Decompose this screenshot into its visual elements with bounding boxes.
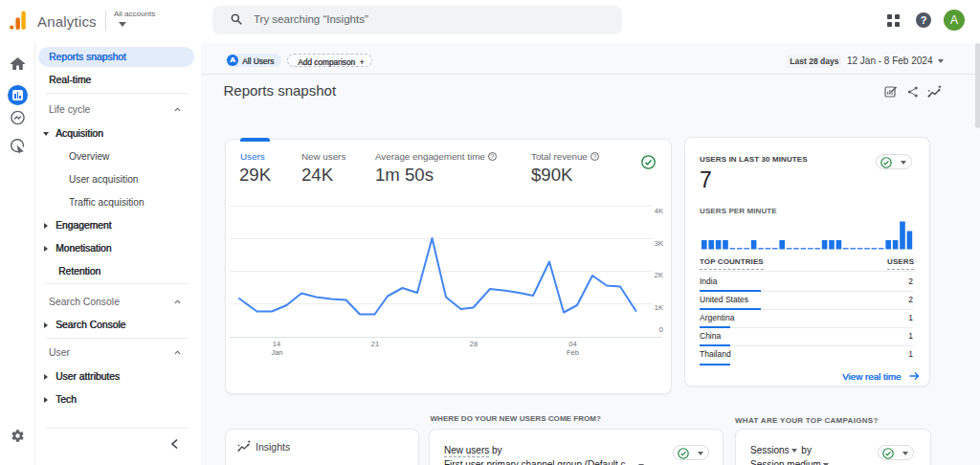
svg-text:3K: 3K [655, 239, 663, 248]
svg-text:14: 14 [273, 340, 280, 348]
svg-text:Jan: Jan [271, 348, 282, 357]
svg-text:2K: 2K [655, 271, 663, 279]
svg-text:4K: 4K [655, 207, 663, 215]
svg-text:21: 21 [371, 340, 379, 348]
svg-text:1K: 1K [655, 303, 663, 312]
svg-text:0: 0 [659, 325, 663, 334]
svg-text:Feb: Feb [567, 348, 579, 357]
svg-text:04: 04 [568, 340, 576, 348]
svg-text:28: 28 [470, 340, 478, 348]
